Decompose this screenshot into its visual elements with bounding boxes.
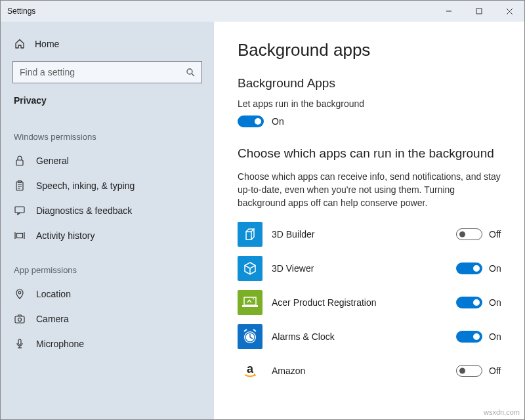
app-toggle-wrap: On <box>456 262 505 274</box>
svg-line-29 <box>253 329 256 331</box>
svg-rect-6 <box>16 160 23 165</box>
app-toggle[interactable] <box>456 365 482 377</box>
minimize-icon <box>446 8 452 14</box>
window-title: Settings <box>7 7 35 16</box>
nav-general[interactable]: General <box>1 148 214 173</box>
app-row-3d-viewer: 3D Viewer On <box>238 256 505 281</box>
window-buttons <box>434 1 524 22</box>
home-icon <box>14 39 26 49</box>
app-toggle[interactable] <box>456 331 482 343</box>
location-icon <box>14 289 26 299</box>
nav-location[interactable]: Location <box>1 282 214 306</box>
nav-camera[interactable]: Camera <box>1 306 214 331</box>
app-toggle-state: Off <box>489 366 505 376</box>
svg-point-18 <box>18 318 22 322</box>
svg-line-28 <box>244 329 247 331</box>
app-row-3d-builder: 3D Builder Off <box>238 222 505 247</box>
svg-point-4 <box>187 69 192 74</box>
search-icon <box>186 68 195 77</box>
category-label: Privacy <box>1 93 214 115</box>
app-toggle-state: On <box>489 297 505 308</box>
master-toggle-state: On <box>272 116 287 127</box>
toggle-knob <box>473 299 480 306</box>
app-name: Amazon <box>272 366 447 376</box>
nav-diagnostics-feedback[interactable]: Diagnostics & feedback <box>1 198 214 223</box>
svg-rect-19 <box>18 339 21 345</box>
toggle-knob <box>459 368 465 373</box>
microphone-icon <box>14 339 26 349</box>
svg-rect-15 <box>17 234 23 238</box>
app-list: 3D Builder Off 3D Viewer On <box>238 222 505 383</box>
settings-window: Settings Home <box>0 0 525 420</box>
app-toggle-state: On <box>489 263 505 274</box>
nav-label: General <box>36 156 69 166</box>
master-toggle-label: Let apps run in the background <box>238 98 505 109</box>
sidebar: Home Privacy Windows permissions General <box>1 22 214 419</box>
close-icon <box>506 8 513 15</box>
svg-rect-17 <box>15 316 24 323</box>
toggle-knob <box>473 333 480 340</box>
app-toggle-state: On <box>489 331 505 342</box>
toggle-knob <box>473 265 480 272</box>
app-name: 3D Builder <box>272 229 447 240</box>
svg-line-5 <box>192 74 194 76</box>
nav-activity-history[interactable]: Activity history <box>1 223 214 248</box>
nav-label: Camera <box>36 314 69 324</box>
app-name: Alarms & Clock <box>272 331 447 342</box>
svg-rect-1 <box>476 9 482 14</box>
minimize-button[interactable] <box>434 1 464 22</box>
toggle-knob <box>255 118 261 125</box>
app-toggle-wrap: On <box>456 331 505 343</box>
app-toggle[interactable] <box>456 297 482 308</box>
svg-rect-23 <box>242 305 258 307</box>
nav-label: Microphone <box>36 339 84 349</box>
master-toggle[interactable] <box>238 116 264 127</box>
section-heading-background-apps: Background Apps <box>238 76 505 91</box>
window-body: Home Privacy Windows permissions General <box>1 22 524 419</box>
section-heading-choose-apps: Choose which apps can run in the backgro… <box>238 146 505 162</box>
app-icon-3d-viewer <box>238 256 262 281</box>
watermark: wsxdn.com <box>484 408 520 416</box>
history-icon <box>14 231 26 240</box>
app-toggle[interactable] <box>456 262 482 274</box>
main-content: Background apps Background Apps Let apps… <box>214 22 524 419</box>
app-toggle-wrap: Off <box>456 365 505 377</box>
app-toggle-wrap: Off <box>456 228 505 240</box>
svg-text:a: a <box>247 362 254 375</box>
feedback-icon <box>14 205 26 216</box>
group-windows-permissions: Windows permissions <box>1 115 214 148</box>
nav-label: Diagnostics & feedback <box>36 205 132 216</box>
lock-icon <box>14 156 26 166</box>
app-icon-alarms-clock <box>238 324 262 349</box>
section-description: Choose which apps can receive info, send… <box>238 170 505 210</box>
app-icon-acer <box>238 290 262 315</box>
master-toggle-row: On <box>238 116 505 127</box>
app-name: 3D Viewer <box>272 263 447 274</box>
app-row-acer-product-registration: Acer Product Registration On <box>238 290 505 315</box>
close-button[interactable] <box>494 1 524 22</box>
app-icon-3d-builder <box>238 222 262 247</box>
app-row-amazon: a Amazon Off <box>238 358 505 383</box>
group-app-permissions: App permissions <box>1 248 214 282</box>
app-row-alarms-clock: Alarms & Clock On <box>238 324 505 349</box>
app-toggle-wrap: On <box>456 297 505 308</box>
titlebar: Settings <box>1 1 524 22</box>
app-name: Acer Product Registration <box>272 297 447 308</box>
home-link[interactable]: Home <box>1 33 214 61</box>
toggle-knob <box>459 231 465 237</box>
nav-speech-inking-typing[interactable]: Speech, inking, & typing <box>1 173 214 198</box>
home-label: Home <box>35 39 59 49</box>
maximize-icon <box>476 8 482 14</box>
page-title: Background apps <box>238 40 505 60</box>
app-toggle[interactable] <box>456 228 482 240</box>
nav-microphone[interactable]: Microphone <box>1 331 214 356</box>
app-toggle-state: Off <box>489 229 505 240</box>
maximize-button[interactable] <box>464 1 494 22</box>
svg-point-16 <box>18 291 21 294</box>
search-input[interactable] <box>20 67 186 77</box>
nav-label: Speech, inking, & typing <box>36 180 135 191</box>
nav-label: Location <box>36 289 71 299</box>
nav-label: Activity history <box>36 230 94 241</box>
clipboard-icon <box>14 180 26 191</box>
search-box[interactable] <box>12 61 202 83</box>
